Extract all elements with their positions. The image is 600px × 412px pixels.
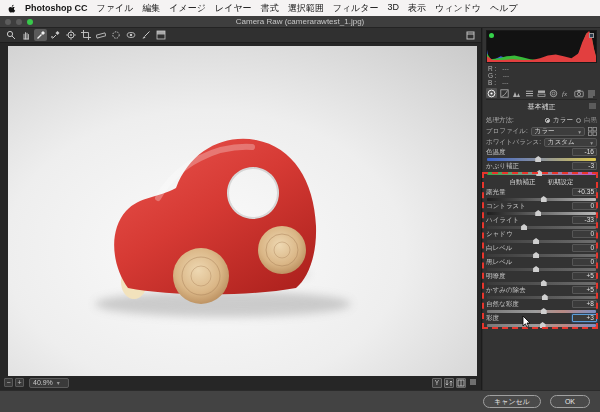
detail-tab-icon[interactable] xyxy=(511,88,522,98)
profile-value: カラー xyxy=(535,127,555,136)
apple-menu-icon[interactable] xyxy=(8,4,16,13)
slider-track[interactable] xyxy=(487,198,596,201)
menu-item-3[interactable]: レイヤー xyxy=(215,2,252,15)
toggle-fullscreen-icon[interactable] xyxy=(464,29,477,41)
toy-car-photo xyxy=(8,46,477,376)
profile-select[interactable]: カラー ▾ xyxy=(531,127,585,136)
menu-item-10[interactable]: ヘルプ xyxy=(490,2,518,15)
menu-item-6[interactable]: フィルター xyxy=(333,2,379,15)
treatment-bw-label[interactable]: 白黒 xyxy=(584,116,597,125)
split-toning-tab-icon[interactable] xyxy=(536,88,547,98)
menu-item-2[interactable]: イメージ xyxy=(169,2,206,15)
slider-value-input[interactable]: +3 xyxy=(572,314,597,322)
menu-item-5[interactable]: 選択範囲 xyxy=(288,2,324,15)
copy-settings-icon[interactable] xyxy=(456,378,466,388)
slider-track[interactable] xyxy=(487,324,596,327)
camera-raw-toolbar xyxy=(0,28,481,43)
image-preview[interactable] xyxy=(8,46,477,376)
color-sampler-tool-icon[interactable] xyxy=(49,29,62,41)
zoom-out-button[interactable]: − xyxy=(4,378,13,387)
ok-button[interactable]: OK xyxy=(550,395,590,408)
tone-curve-tab-icon[interactable] xyxy=(498,88,509,98)
treatment-bw-radio[interactable] xyxy=(576,118,581,123)
slider-thumb[interactable] xyxy=(533,266,539,272)
slider-thumb[interactable] xyxy=(521,224,527,230)
menu-app-name[interactable]: Photoshop CC xyxy=(25,3,88,13)
slider-track[interactable] xyxy=(487,172,596,175)
basic-tab-icon[interactable] xyxy=(486,88,497,98)
slider-value-input[interactable]: +5 xyxy=(572,272,597,280)
slider-value-input[interactable]: +5 xyxy=(572,286,597,294)
slider-thumb[interactable] xyxy=(541,196,547,202)
straighten-tool-icon[interactable] xyxy=(94,29,107,41)
auto-correct-link[interactable]: 自動補正 xyxy=(510,178,536,187)
slider-thumb[interactable] xyxy=(541,280,547,286)
slider-track[interactable] xyxy=(487,282,596,285)
slider-value-input[interactable]: 0 xyxy=(572,258,597,266)
highlight-clipping-indicator-icon[interactable] xyxy=(589,33,594,38)
slider-thumb[interactable] xyxy=(533,252,539,258)
slider-track[interactable] xyxy=(487,296,596,299)
menu-item-0[interactable]: ファイル xyxy=(97,2,134,15)
slider-thumb[interactable] xyxy=(540,322,546,328)
shadow-clipping-indicator-icon[interactable] xyxy=(489,33,494,38)
presets-tab-icon[interactable] xyxy=(586,88,597,98)
zoom-level-select[interactable]: 40.9% ▾ xyxy=(29,378,69,388)
treatment-color-radio[interactable] xyxy=(545,118,550,123)
slider-track[interactable] xyxy=(487,310,596,313)
crop-tool-icon[interactable] xyxy=(79,29,92,41)
camera-calibration-tab-icon[interactable] xyxy=(573,88,584,98)
slider-track[interactable] xyxy=(487,158,596,161)
profile-browser-icon[interactable] xyxy=(588,127,597,136)
slider-thumb[interactable] xyxy=(535,156,541,162)
slider-track[interactable] xyxy=(487,212,596,215)
lens-corrections-tab-icon[interactable] xyxy=(548,88,559,98)
slider-value-input[interactable]: -16 xyxy=(572,148,597,156)
zoom-tool-icon[interactable] xyxy=(4,29,17,41)
hsl-tab-icon[interactable] xyxy=(523,88,534,98)
effects-tab-icon[interactable]: fx xyxy=(561,88,572,98)
slider-value-input[interactable]: 0 xyxy=(572,230,597,238)
before-after-toggle-button[interactable]: Y xyxy=(432,378,442,388)
slider-track[interactable] xyxy=(487,268,596,271)
menu-item-8[interactable]: 表示 xyxy=(408,2,426,15)
menu-item-7[interactable]: 3D xyxy=(387,2,399,15)
white-balance-select[interactable]: カスタム ▾ xyxy=(544,138,597,147)
cancel-button[interactable]: キャンセル xyxy=(483,395,541,408)
slider-thumb[interactable] xyxy=(541,308,547,314)
hand-tool-icon[interactable] xyxy=(19,29,32,41)
adjustment-brush-tool-icon[interactable] xyxy=(139,29,152,41)
spot-removal-tool-icon[interactable] xyxy=(109,29,122,41)
profile-label: プロファイル: xyxy=(486,127,528,136)
slider-track[interactable] xyxy=(487,240,596,243)
slider-thumb[interactable] xyxy=(533,238,539,244)
slider-row: コントラスト0 xyxy=(486,202,597,215)
slider-row: 黒レベル0 xyxy=(486,258,597,271)
red-eye-tool-icon[interactable] xyxy=(124,29,137,41)
slider-value-input[interactable]: -3 xyxy=(572,162,597,170)
slider-value-input[interactable]: +0.35 xyxy=(572,188,597,196)
slider-thumb[interactable] xyxy=(542,294,548,300)
slider-value-input[interactable]: +8 xyxy=(572,300,597,308)
slider-value-input[interactable]: -33 xyxy=(572,216,597,224)
slider-thumb[interactable] xyxy=(535,210,541,216)
menu-item-9[interactable]: ウィンドウ xyxy=(435,2,481,15)
zoom-in-button[interactable]: + xyxy=(15,378,24,387)
slider-track[interactable] xyxy=(487,254,596,257)
dialog-bottom-bar: キャンセル OK xyxy=(0,390,600,412)
panel-menu-icon[interactable] xyxy=(589,103,596,110)
graduated-filter-tool-icon[interactable] xyxy=(154,29,167,41)
slider-value-input[interactable]: 0 xyxy=(572,244,597,252)
default-settings-link[interactable]: 初期設定 xyxy=(548,178,574,187)
white-balance-tool-icon[interactable] xyxy=(34,29,47,41)
preview-preferences-icon[interactable] xyxy=(468,378,478,388)
menu-item-1[interactable]: 編集 xyxy=(142,2,160,15)
slider-row: かぶり補正-3 xyxy=(486,162,597,175)
swap-before-after-icon[interactable] xyxy=(444,378,454,388)
menu-item-4[interactable]: 書式 xyxy=(261,2,279,15)
slider-value-input[interactable]: 0 xyxy=(572,202,597,210)
targeted-adjustment-tool-icon[interactable] xyxy=(64,29,77,41)
slider-track[interactable] xyxy=(487,226,596,229)
slider-thumb[interactable] xyxy=(536,170,542,176)
treatment-color-label[interactable]: カラー xyxy=(553,116,573,125)
